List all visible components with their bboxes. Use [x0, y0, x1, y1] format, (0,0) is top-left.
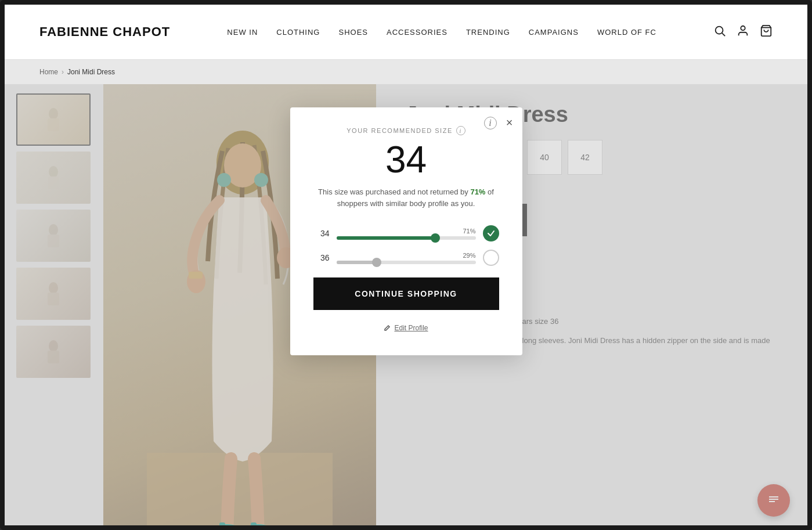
nav-item-accessories[interactable]: ACCESSORIES: [387, 28, 447, 37]
modal-subtitle: YOUR RECOMMENDED SIZE i: [313, 126, 499, 135]
header-icons: [713, 24, 773, 40]
size-recommendation-modal: i × YOUR RECOMMENDED SIZE i 34 This size…: [290, 107, 522, 355]
slider-row-34: 34 71%: [313, 225, 499, 241]
svg-line-1: [722, 33, 725, 36]
slider-pct-34: 71%: [337, 228, 476, 235]
site-logo[interactable]: FABIENNE CHAPOT: [39, 24, 170, 39]
nav-item-campaigns[interactable]: CAMPAIGNS: [529, 28, 579, 37]
browser-frame: FABIENNE CHAPOT NEW IN CLOTHING SHOES AC…: [0, 0, 812, 530]
slider-track-36: 29%: [337, 252, 476, 264]
slider-fill-34: [337, 236, 435, 240]
breadcrumb: Home › Joni Midi Dress: [5, 60, 807, 84]
nav-item-new-in[interactable]: NEW IN: [227, 28, 258, 37]
slider-check-34[interactable]: [483, 225, 499, 241]
modal-percentage: 71%: [470, 188, 485, 196]
slider-size-36: 36: [313, 253, 330, 262]
modal-close-button[interactable]: ×: [506, 117, 513, 128]
slider-row-36: 36 29%: [313, 250, 499, 266]
slider-thumb-36: [372, 258, 381, 267]
svg-point-0: [716, 26, 723, 34]
account-icon[interactable]: [737, 24, 749, 40]
size-sliders: 34 71%: [313, 225, 499, 266]
slider-track-bg-36: [337, 261, 476, 264]
nav-item-world-of-fc[interactable]: WORLD OF FC: [597, 28, 656, 37]
nav-item-clothing[interactable]: CLOTHING: [276, 28, 320, 37]
header: FABIENNE CHAPOT NEW IN CLOTHING SHOES AC…: [5, 5, 807, 60]
nav-item-trending[interactable]: TRENDING: [466, 28, 510, 37]
main-nav: NEW IN CLOTHING SHOES ACCESSORIES TRENDI…: [227, 28, 656, 37]
recommended-size: 34: [313, 141, 499, 178]
slider-check-36[interactable]: [483, 250, 499, 266]
subtitle-info-icon[interactable]: i: [456, 126, 465, 135]
nav-item-shoes[interactable]: SHOES: [338, 28, 368, 37]
breadcrumb-separator: ›: [62, 68, 64, 76]
edit-profile-link[interactable]: Edit Profile: [313, 324, 499, 332]
breadcrumb-home[interactable]: Home: [39, 68, 58, 76]
slider-track-34: 71%: [337, 228, 476, 240]
slider-track-bg-34: [337, 236, 476, 240]
slider-size-34: 34: [313, 229, 330, 238]
modal-info-icon[interactable]: i: [484, 117, 497, 129]
modal-overlay: i × YOUR RECOMMENDED SIZE i 34 This size…: [5, 84, 807, 530]
cart-icon[interactable]: [760, 24, 773, 40]
slider-thumb-34: [431, 233, 440, 243]
svg-point-2: [741, 26, 745, 30]
slider-fill-36: [337, 261, 377, 264]
search-icon[interactable]: [713, 24, 726, 40]
breadcrumb-current: Joni Midi Dress: [67, 68, 115, 76]
slider-pct-36: 29%: [337, 252, 476, 259]
modal-description: This size was purchased and not returned…: [313, 186, 499, 209]
continue-shopping-button[interactable]: CONTINUE SHOPPING: [313, 277, 499, 310]
edit-profile-label: Edit Profile: [394, 324, 428, 332]
main-area: Joni Midi Dress 34 36 38 40 42 NOT SURE …: [5, 84, 807, 530]
